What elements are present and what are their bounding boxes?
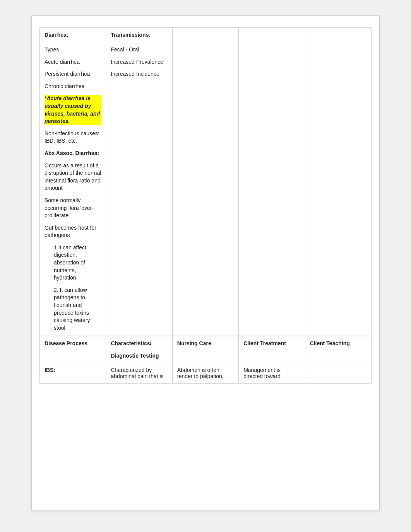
abx-heading: Abx Assoc. Diarrhea: <box>45 150 101 157</box>
abx-item5: 2. It can allow pathogens to flourish an… <box>45 286 101 332</box>
bottom-col3-header: Nursing Care <box>172 336 238 363</box>
ibs-col3: Abdomen is often tender to palpation, <box>172 363 238 384</box>
abx-item2: Some normally occurring flora 'over-prol… <box>45 197 101 220</box>
ibs-treatment: Management is directed toward <box>243 367 281 379</box>
col4-header <box>239 28 305 42</box>
increased-incidence-item: Increased Incidence <box>111 70 167 78</box>
bottom-table: Disease Process Characteristics/Diagnost… <box>39 336 372 384</box>
acute-item: Acute diarrhea <box>45 58 101 66</box>
chronic-item: Chronic diarrhea <box>45 83 101 90</box>
client-teaching-label: Client Teaching <box>310 340 350 346</box>
col3-content <box>172 42 238 336</box>
client-treatment-label: Client Treatment <box>243 340 286 346</box>
ibs-characteristics: Characterized by abdominal pain that is <box>111 367 163 379</box>
ibs-col2: Characterized by abdominal pain that is <box>106 363 172 384</box>
col4-content <box>239 42 305 336</box>
page: Diarrhea: Transmissions: Types Acute dia… <box>31 15 380 510</box>
col1-content: Types Acute diarrhea Persistent diarrhea… <box>40 42 106 336</box>
highlight-note: *Acute diarrhea is usually caused by vir… <box>45 95 101 125</box>
non-infectious-item: Non-infectious causes: IBD, IBS, etc. <box>45 130 101 145</box>
transmissions-heading: Transmissions: <box>111 32 151 38</box>
col5-content <box>305 42 371 336</box>
disease-process-label: Disease Process <box>45 340 87 346</box>
increased-prevalence-item: Increased Prevalence <box>111 58 167 66</box>
abx-item4: 1.It can affect digestion, absorption of… <box>45 244 101 282</box>
col2-header: Transmissions: <box>106 28 172 42</box>
persistent-item: Persistent diarrhea <box>45 70 101 78</box>
bottom-header-row: Disease Process Characteristics/Diagnost… <box>40 336 372 363</box>
types-item: Types <box>45 46 101 54</box>
abx-item1: Occurs as a result of a disruption of th… <box>45 162 101 192</box>
ibs-row: IBS: Characterized by abdominal pain tha… <box>40 363 372 384</box>
col3-header <box>172 28 238 42</box>
diarrhea-heading: Diarrhea: <box>45 32 68 38</box>
col1-header: Diarrhea: <box>40 28 106 42</box>
characteristics-label: Characteristics/Diagnostic Testing <box>111 340 159 359</box>
nursing-care-label: Nursing Care <box>177 340 211 346</box>
ibs-nursing: Abdomen is often tender to palpation, <box>177 367 224 379</box>
bottom-col4-header: Client Treatment <box>239 336 305 363</box>
top-table: Diarrhea: Transmissions: Types Acute dia… <box>39 27 372 336</box>
ibs-label: IBS: <box>45 367 55 373</box>
fecal-oral-item: Fecal - Oral <box>111 46 167 54</box>
bottom-col2-header: Characteristics/Diagnostic Testing <box>106 336 172 363</box>
bottom-col5-header: Client Teaching <box>305 336 371 363</box>
abx-item3: Gut becomes host for pathogens <box>45 224 101 239</box>
ibs-col5 <box>305 363 371 384</box>
ibs-col1: IBS: <box>40 363 106 384</box>
ibs-col4: Management is directed toward <box>239 363 305 384</box>
col2-content: Fecal - Oral Increased Prevalence Increa… <box>106 42 172 336</box>
top-header-row: Diarrhea: Transmissions: <box>40 28 372 42</box>
top-content-row: Types Acute diarrhea Persistent diarrhea… <box>40 42 372 336</box>
bottom-col1-header: Disease Process <box>40 336 106 363</box>
col5-header <box>305 28 371 42</box>
